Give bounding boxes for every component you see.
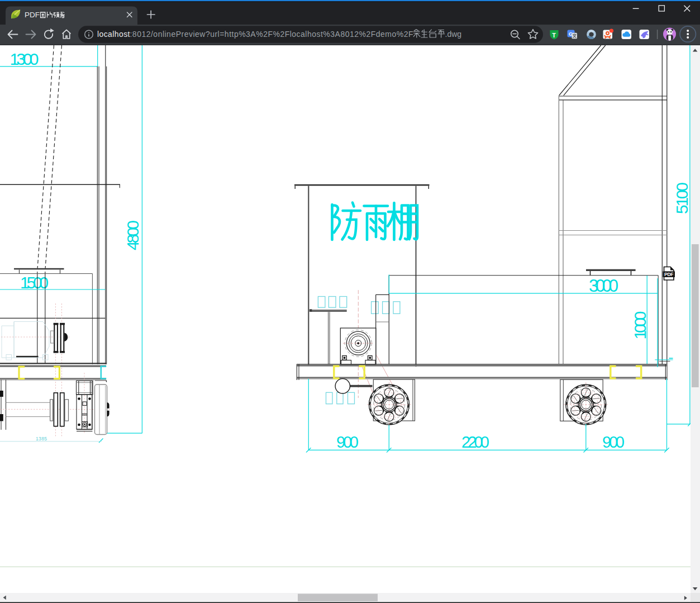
svg-text:3000: 3000: [589, 276, 618, 296]
svg-text:5100: 5100: [673, 182, 691, 214]
svg-text:T: T: [552, 32, 556, 39]
svg-text:900: 900: [336, 433, 359, 451]
svg-text:localhost: localhost: [97, 30, 130, 39]
svg-text:PDF: PDF: [664, 272, 674, 277]
svg-text:2200: 2200: [461, 433, 489, 451]
svg-text:1500: 1500: [20, 273, 49, 292]
svg-text:1300: 1300: [10, 50, 39, 68]
svg-text:900: 900: [602, 433, 625, 451]
svg-text:4800: 4800: [123, 220, 142, 250]
svg-text:PDF: PDF: [25, 11, 40, 19]
svg-text:.dwg: .dwg: [445, 30, 462, 39]
svg-text:1000: 1000: [631, 311, 649, 340]
svg-text:1385: 1385: [36, 436, 47, 441]
svg-text::8012/onlinePreview?url=http%3: :8012/onlinePreview?url=http%3A%2F%2Floc…: [130, 30, 413, 39]
